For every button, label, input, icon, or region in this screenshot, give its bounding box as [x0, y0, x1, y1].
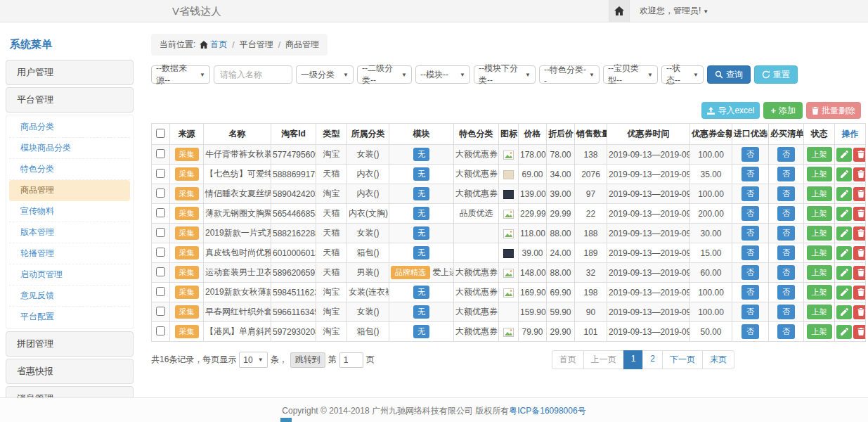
sidebar-sub-item[interactable]: 版本管理: [9, 222, 130, 243]
delete-button[interactable]: [853, 305, 866, 319]
delete-button[interactable]: [853, 325, 866, 339]
level2-category-select[interactable]: --二级分类--▼: [357, 65, 412, 84]
sidebar-sub-item[interactable]: 意见反馈: [9, 286, 130, 307]
sidebar-sub-item[interactable]: 平台配置: [9, 307, 130, 327]
must-buy-button[interactable]: 否: [777, 305, 795, 319]
status-button[interactable]: 上架: [807, 167, 832, 181]
sidebar-sub-item[interactable]: 特色分类: [9, 159, 130, 180]
status-button[interactable]: 上架: [807, 206, 832, 221]
row-checkbox[interactable]: [156, 248, 165, 257]
delete-button[interactable]: [853, 226, 866, 241]
query-button[interactable]: 查询: [707, 65, 751, 84]
import-excel-button[interactable]: 导入excel: [701, 102, 760, 119]
row-checkbox[interactable]: [156, 169, 165, 178]
status-select[interactable]: --状态--▼: [661, 65, 704, 84]
edit-button[interactable]: [836, 207, 852, 221]
sidebar-group-item[interactable]: 平台管理: [6, 87, 134, 113]
name-search-input[interactable]: [214, 65, 292, 84]
page-button[interactable]: 2: [642, 350, 663, 369]
delete-button[interactable]: [853, 148, 866, 162]
sidebar-group-item[interactable]: 消息管理: [6, 386, 134, 397]
sidebar-group-item[interactable]: 省惠快报: [6, 359, 134, 384]
row-checkbox[interactable]: [156, 307, 165, 316]
module-select[interactable]: --模块--▼: [415, 65, 470, 84]
row-checkbox[interactable]: [156, 188, 165, 198]
delete-button[interactable]: [853, 207, 866, 221]
edit-button[interactable]: [836, 286, 852, 300]
row-checkbox[interactable]: [156, 208, 165, 217]
import-flag-button[interactable]: 否: [741, 265, 759, 280]
page-number-input[interactable]: [339, 352, 363, 368]
edit-button[interactable]: [836, 226, 852, 241]
batch-delete-button[interactable]: 批量删除: [806, 102, 861, 119]
sidebar-sub-item[interactable]: 商品分类: [9, 117, 130, 138]
edit-button[interactable]: [836, 187, 852, 201]
import-flag-button[interactable]: 否: [741, 147, 759, 162]
status-button[interactable]: 上架: [807, 245, 832, 260]
sidebar-sub-item[interactable]: 启动页管理: [9, 264, 130, 286]
must-buy-button[interactable]: 否: [777, 186, 795, 201]
per-page-select[interactable]: 10▼: [239, 352, 267, 368]
status-button[interactable]: 上架: [807, 285, 832, 300]
import-flag-button[interactable]: 否: [741, 305, 759, 319]
sidebar-group-item[interactable]: 用户管理: [6, 60, 134, 85]
sidebar-sub-item[interactable]: 模块商品分类: [9, 138, 130, 159]
page-button[interactable]: 1: [623, 350, 644, 369]
page-button[interactable]: 下一页: [662, 350, 703, 369]
page-button[interactable]: 首页: [552, 350, 584, 369]
status-button[interactable]: 上架: [807, 147, 832, 162]
delete-button[interactable]: [853, 167, 866, 181]
row-checkbox[interactable]: [156, 149, 165, 158]
must-buy-button[interactable]: 否: [777, 245, 795, 260]
module-sub-select[interactable]: --模块下分类--▼: [474, 65, 536, 84]
import-flag-button[interactable]: 否: [741, 167, 759, 181]
must-buy-button[interactable]: 否: [777, 147, 795, 162]
row-checkbox[interactable]: [156, 228, 165, 237]
sidebar-sub-item[interactable]: 宣传物料: [9, 201, 130, 222]
add-button[interactable]: + 添加: [763, 102, 803, 119]
sidebar-group-item[interactable]: 拼团管理: [6, 331, 134, 357]
delete-button[interactable]: [853, 246, 866, 260]
edit-button[interactable]: [836, 266, 852, 280]
feature-category-select[interactable]: --特色分类--▼: [539, 65, 600, 84]
import-flag-button[interactable]: 否: [741, 206, 759, 221]
breadcrumb-home-link[interactable]: 首页: [210, 39, 227, 51]
must-buy-button[interactable]: 否: [777, 167, 795, 181]
item-type-select[interactable]: --宝贝类型--▼: [603, 65, 658, 84]
delete-button[interactable]: [853, 187, 866, 201]
status-button[interactable]: 上架: [807, 226, 832, 241]
must-buy-button[interactable]: 否: [777, 265, 795, 280]
sidebar-sub-item[interactable]: 商品管理: [9, 180, 130, 201]
icp-link[interactable]: 粤ICP备16098006号: [509, 406, 585, 416]
jump-button[interactable]: 跳转到: [290, 352, 325, 368]
edit-button[interactable]: [836, 167, 852, 181]
delete-button[interactable]: [853, 266, 866, 280]
row-checkbox[interactable]: [156, 287, 165, 296]
status-button[interactable]: 上架: [807, 186, 832, 201]
page-button[interactable]: 末页: [702, 350, 734, 369]
edit-button[interactable]: [836, 246, 852, 260]
must-buy-button[interactable]: 否: [777, 226, 795, 241]
import-flag-button[interactable]: 否: [741, 245, 759, 260]
import-flag-button[interactable]: 否: [741, 226, 759, 241]
import-flag-button[interactable]: 否: [741, 186, 759, 201]
edit-button[interactable]: [836, 305, 852, 319]
row-checkbox[interactable]: [156, 326, 165, 335]
reset-button[interactable]: 重置: [754, 65, 798, 84]
status-button[interactable]: 上架: [807, 305, 832, 319]
user-menu[interactable]: 欢迎您，管理员!▼: [640, 5, 708, 17]
import-flag-button[interactable]: 否: [741, 285, 759, 300]
page-button[interactable]: 上一页: [583, 350, 624, 369]
sidebar-sub-item[interactable]: 轮播管理: [9, 243, 130, 264]
edit-button[interactable]: [836, 148, 852, 162]
import-flag-button[interactable]: 否: [741, 324, 759, 339]
row-checkbox[interactable]: [156, 267, 165, 276]
status-button[interactable]: 上架: [807, 265, 832, 280]
level1-category-select[interactable]: 一级分类▼: [296, 65, 354, 84]
select-all-checkbox[interactable]: [156, 129, 165, 138]
data-source-select[interactable]: --数据来源--▼: [151, 65, 210, 84]
status-button[interactable]: 上架: [807, 324, 832, 339]
must-buy-button[interactable]: 否: [777, 206, 795, 221]
delete-button[interactable]: [853, 286, 866, 300]
must-buy-button[interactable]: 否: [777, 324, 795, 339]
